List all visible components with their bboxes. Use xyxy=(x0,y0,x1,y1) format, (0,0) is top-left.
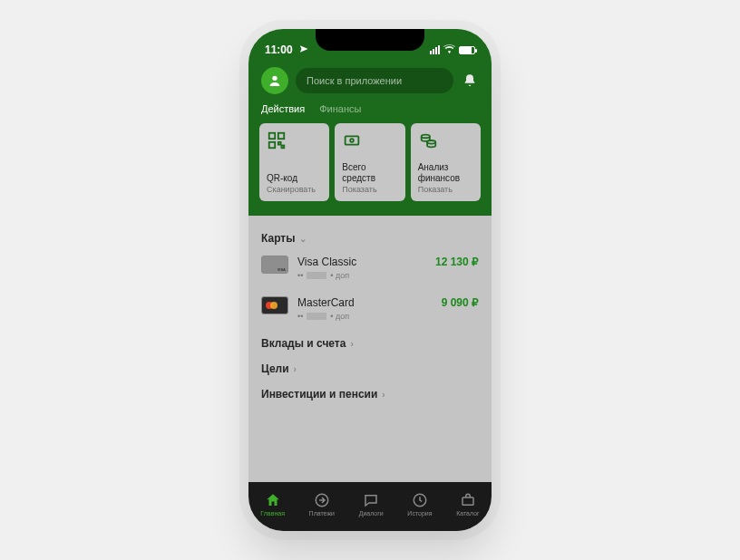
header-row: Поиск в приложении xyxy=(248,62,492,103)
action-sub: Показать xyxy=(418,185,473,194)
card-row[interactable]: MasterCard •• • доп 9 090 ₽ xyxy=(261,296,479,321)
avatar[interactable] xyxy=(261,67,288,94)
link-goals[interactable]: Цели › xyxy=(261,362,479,375)
signal-icon xyxy=(430,45,440,54)
card-extra: • доп xyxy=(330,271,349,280)
svg-rect-6 xyxy=(346,136,359,144)
nav-home[interactable]: Главная xyxy=(260,492,285,517)
nav-label: Каталог xyxy=(456,510,479,517)
card-masked: •• xyxy=(297,271,303,280)
status-time: 11:00 xyxy=(265,43,293,56)
card-info: MasterCard •• • доп xyxy=(297,296,433,321)
card-extra: • доп xyxy=(330,312,349,321)
status-time-group: 11:00 xyxy=(265,43,308,56)
link-label: Цели xyxy=(261,362,289,375)
card-mask-block xyxy=(307,272,326,279)
card-balance: 9 090 ₽ xyxy=(442,296,479,309)
action-title: Анализ финансов xyxy=(418,162,473,183)
location-icon xyxy=(299,43,308,56)
card-thumb-visa xyxy=(261,256,288,274)
card-masked: •• xyxy=(297,312,303,321)
search-placeholder: Поиск в приложении xyxy=(307,75,402,86)
nav-label: Платежи xyxy=(309,510,335,517)
bottom-nav: Главная Платежи Диалоги История Каталог xyxy=(248,482,492,531)
action-sub: Сканировать xyxy=(267,185,322,194)
action-title: Всего средств xyxy=(342,162,397,183)
coins-icon xyxy=(418,130,473,156)
svg-rect-5 xyxy=(282,146,285,149)
nav-payments[interactable]: Платежи xyxy=(309,492,335,517)
screen: 11:00 Поиск в прил xyxy=(248,29,492,531)
nav-dialogs[interactable]: Диалоги xyxy=(359,492,384,517)
card-info: Visa Classic •• • доп xyxy=(297,256,426,280)
card-row[interactable]: Visa Classic •• • доп 12 130 ₽ xyxy=(261,256,479,280)
svg-point-8 xyxy=(421,135,429,139)
nav-label: Главная xyxy=(260,510,285,517)
cards-section-title: Карты xyxy=(261,232,295,245)
tab-actions[interactable]: Действия xyxy=(261,103,305,114)
action-qr[interactable]: QR-код Сканировать xyxy=(259,123,329,201)
chevron-right-icon: › xyxy=(294,364,297,374)
chevron-right-icon: › xyxy=(382,390,385,400)
svg-rect-3 xyxy=(269,142,275,148)
svg-rect-1 xyxy=(269,133,275,139)
notifications-button[interactable] xyxy=(461,73,479,88)
card-sub: •• • доп xyxy=(297,271,426,280)
svg-point-9 xyxy=(427,140,435,144)
action-sub: Показать xyxy=(342,185,397,194)
nav-label: Диалоги xyxy=(359,510,384,517)
tab-finance[interactable]: Финансы xyxy=(319,103,361,114)
cards-section-header[interactable]: Карты ⌄ xyxy=(261,232,479,245)
main-content[interactable]: Карты ⌄ Visa Classic •• • доп 12 130 ₽ xyxy=(248,216,492,482)
link-label: Вклады и счета xyxy=(261,337,346,350)
svg-point-0 xyxy=(272,76,277,81)
card-balance: 12 130 ₽ xyxy=(435,256,479,268)
svg-rect-2 xyxy=(278,133,284,139)
card-name: MasterCard xyxy=(297,296,433,309)
svg-point-7 xyxy=(350,139,354,142)
status-right xyxy=(430,43,475,56)
wifi-icon xyxy=(443,43,455,56)
svg-rect-4 xyxy=(278,142,281,145)
card-name: Visa Classic xyxy=(297,256,426,268)
link-investments[interactable]: Инвестиции и пенсии › xyxy=(261,388,479,401)
header-tabs: Действия Финансы xyxy=(248,103,492,123)
chevron-down-icon: ⌄ xyxy=(299,234,307,244)
qr-icon xyxy=(267,130,322,156)
action-title: QR-код xyxy=(267,173,322,184)
header-area: 11:00 Поиск в прил xyxy=(248,29,492,216)
card-sub: •• • доп xyxy=(297,312,433,321)
phone-frame: 11:00 Поиск в прил xyxy=(248,29,492,531)
link-deposits[interactable]: Вклады и счета › xyxy=(261,337,479,350)
action-cards: QR-код Сканировать Всего средств Показат… xyxy=(248,123,492,216)
battery-icon xyxy=(459,46,475,54)
link-label: Инвестиции и пенсии xyxy=(261,388,377,401)
search-input[interactable]: Поиск в приложении xyxy=(296,68,453,93)
wallet-icon xyxy=(342,130,397,156)
nav-label: История xyxy=(407,510,432,517)
svg-rect-12 xyxy=(462,497,473,505)
card-thumb-mastercard xyxy=(261,296,288,314)
chevron-right-icon: › xyxy=(350,339,353,349)
card-mask-block xyxy=(307,313,326,320)
notch xyxy=(316,29,424,51)
nav-catalog[interactable]: Каталог xyxy=(456,492,479,517)
action-balance[interactable]: Всего средств Показать xyxy=(335,123,404,201)
nav-history[interactable]: История xyxy=(407,492,432,517)
action-analytics[interactable]: Анализ финансов Показать xyxy=(411,123,481,201)
